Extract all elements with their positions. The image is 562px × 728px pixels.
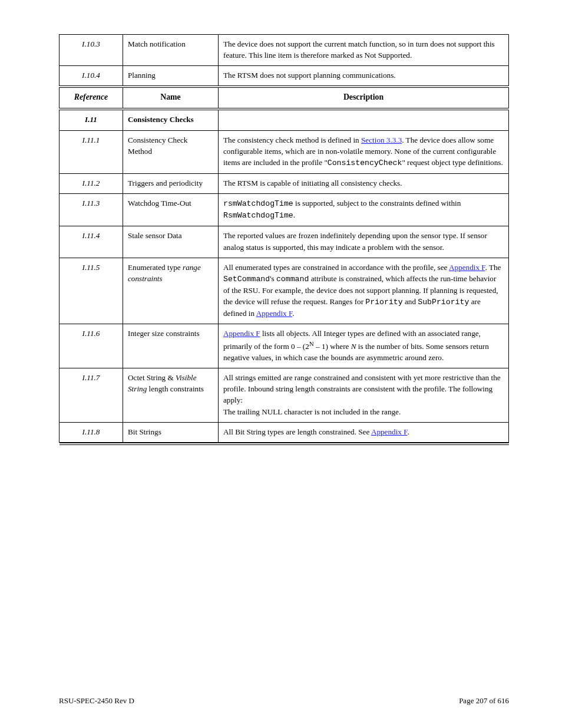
table-header-row: Reference Name Description [59,87,509,109]
table-row: I.11.2Triggers and periodicityThe RTSM i… [59,173,509,193]
cell-reference: I.11.6 [59,324,123,368]
section-name: Consistency Checks [123,109,219,130]
table-row: I.10.3Match notificationThe device does … [59,35,509,66]
cell-reference: I.11.7 [59,368,123,423]
page-footer: RSU-SPEC-2450 Rev D Page 207 of 616 [59,696,509,706]
link-appendix-f-3[interactable]: Appendix F [223,329,260,338]
header-reference: Reference [59,87,123,109]
cell-description: Appendix F lists all objects. All Intege… [219,324,509,368]
spec-table: I.10.3Match notificationThe device does … [59,34,509,445]
cell-description: The reported values are frozen indefinit… [219,226,509,258]
table-row: I.11.3Watchdog Time-OutrsmWatchdogTime i… [59,194,509,226]
cell-name: Integer size constraints [123,324,219,368]
link-appendix-f-1[interactable]: Appendix F [449,263,485,272]
cell-name: Watchdog Time-Out [123,194,219,226]
table-row: I.11.5Enumerated type range constraintsA… [59,258,509,324]
cell-reference: I.10.3 [59,35,123,66]
header-name: Name [123,87,219,109]
section-header-row: I.11 Consistency Checks [59,109,509,130]
table-row: I.11.6Integer size constraintsAppendix F… [59,324,509,368]
cell-name: Consistency Check Method [123,130,219,173]
document-page: I.10.3Match notificationThe device does … [0,0,562,728]
cell-name: Enumerated type range constraints [123,258,219,324]
cell-name: Triggers and periodicity [123,173,219,193]
cell-name: Planning [123,66,219,87]
cell-reference: I.11.5 [59,258,123,324]
cell-reference: I.11.4 [59,226,123,258]
cell-name: Stale sensor Data [123,226,219,258]
section-desc [219,109,509,130]
table-row: I.11.8Bit StringsAll Bit String types ar… [59,422,509,442]
table-row: I.11.1Consistency Check MethodThe consis… [59,130,509,173]
table-end-row [59,442,509,444]
table-row: I.11.7Octet String & Visible String leng… [59,368,509,423]
section-ref: I.11 [59,109,123,130]
cell-name: Match notification [123,35,219,66]
link-appendix-f-2[interactable]: Appendix F [256,309,293,318]
cell-reference: I.11.1 [59,130,123,173]
link-section-3-3-3[interactable]: Section 3.3.3 [361,136,402,144]
table-row: I.11.4Stale sensor DataThe reported valu… [59,226,509,258]
cell-reference: I.11.8 [59,422,123,442]
cell-description: All enumerated types are constrained in … [219,258,509,324]
cell-description: All Bit String types are length constrai… [219,422,509,442]
footer-doc-id: RSU-SPEC-2450 Rev D [59,696,134,706]
cell-reference: I.11.2 [59,173,123,193]
cell-reference: I.11.3 [59,194,123,226]
cell-description: The RTSM is capable of initiating all co… [219,173,509,193]
cell-description: All strings emitted are range constraine… [219,368,509,423]
header-description: Description [219,87,509,109]
table-row: I.10.4PlanningThe RTSM does not support … [59,66,509,87]
footer-page-num: Page 207 of 616 [459,696,509,706]
link-appendix-f-4[interactable]: Appendix F [371,427,408,436]
cell-description: The RTSM does not support planning commu… [219,66,509,87]
cell-reference: I.10.4 [59,66,123,87]
cell-description: The consistency check method is defined … [219,130,509,173]
cell-description: rsmWatchdogTime is supported, subject to… [219,194,509,226]
cell-description: The device does not support the current … [219,35,509,66]
cell-name: Bit Strings [123,422,219,442]
cell-name: Octet String & Visible String length con… [123,368,219,423]
